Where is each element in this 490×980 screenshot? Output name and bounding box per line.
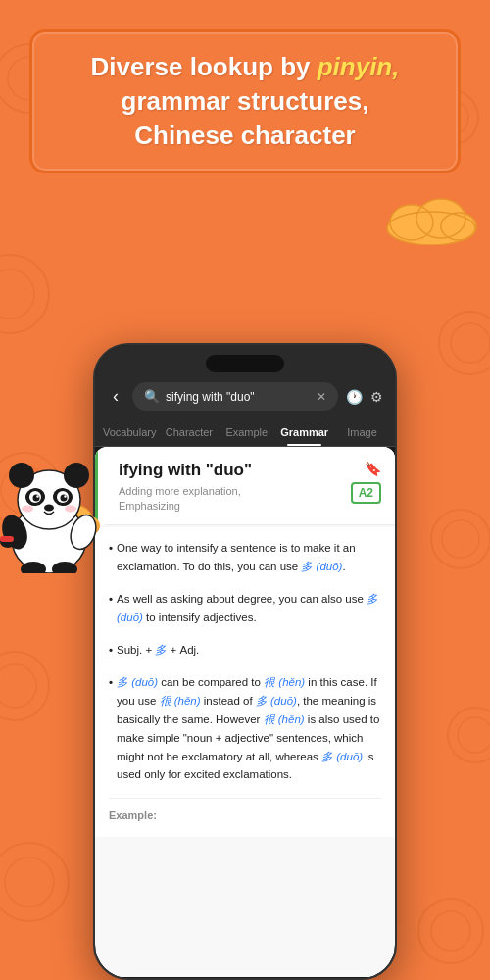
svg-point-47 xyxy=(44,505,54,512)
content-area: ifying with "duo" Adding more explanatio… xyxy=(95,447,395,977)
bullet-dot-3: • xyxy=(109,641,113,660)
svg-point-45 xyxy=(36,495,38,497)
history-icon[interactable]: 🕐 xyxy=(346,389,363,405)
svg-point-13 xyxy=(451,323,490,363)
svg-point-46 xyxy=(64,495,66,497)
bullet-3: • Subj. + 多 + Adj. xyxy=(109,641,381,660)
cloud-top-right xyxy=(382,191,480,245)
chinese-hen-1: 很 (hěn) xyxy=(264,676,305,688)
svg-point-44 xyxy=(61,495,68,502)
search-icon: 🔍 xyxy=(144,389,160,404)
search-query-text: sifying with "duo" xyxy=(166,390,311,404)
search-actions: 🕐 ⚙ xyxy=(346,389,383,405)
chinese-hen-2: 很 (hěn) xyxy=(160,695,201,707)
bullet-dot-2: • xyxy=(109,590,113,627)
svg-point-8 xyxy=(0,843,69,921)
bullet-text-3: Subj. + 多 + Adj. xyxy=(117,641,199,660)
volume-up-button xyxy=(395,463,397,492)
svg-point-37 xyxy=(9,463,34,488)
chinese-duo-5: 多 (duō) xyxy=(256,695,297,707)
bullet-text-2: As well as asking about degree, you can … xyxy=(117,590,381,627)
svg-rect-53 xyxy=(0,536,14,542)
header-line2: grammar structures, xyxy=(122,86,369,116)
phone-screen: ‹ 🔍 sifying with "duo" ✕ 🕐 ⚙ Vocabulary … xyxy=(95,345,395,978)
settings-icon[interactable]: ⚙ xyxy=(370,389,383,405)
tab-image[interactable]: Image xyxy=(333,418,391,446)
svg-point-17 xyxy=(458,717,490,753)
svg-point-3 xyxy=(439,312,490,374)
phone-notch xyxy=(206,355,284,372)
chinese-hen-3: 很 (hěn) xyxy=(264,713,305,725)
svg-point-19 xyxy=(431,911,470,951)
tab-vocabulary[interactable]: Vocabulary xyxy=(99,418,160,446)
svg-point-9 xyxy=(418,899,483,963)
search-input-box[interactable]: 🔍 sifying with "duo" ✕ xyxy=(132,382,338,411)
chinese-duo-1: 多 (duō) xyxy=(301,561,342,572)
tab-grammar[interactable]: Grammar xyxy=(275,418,333,446)
svg-point-12 xyxy=(0,270,34,318)
bullet-text-4: 多 (duō) can be compared to 很 (hěn) in th… xyxy=(117,673,381,785)
svg-point-15 xyxy=(442,520,479,558)
svg-point-7 xyxy=(448,708,490,762)
chinese-duo-4: 多 (duō) xyxy=(117,676,158,688)
svg-point-49 xyxy=(65,506,76,513)
svg-point-2 xyxy=(0,255,49,333)
tab-bar: Vocabulary Character Example Grammar Ima… xyxy=(95,418,395,447)
panda-mascot xyxy=(0,446,108,573)
svg-point-18 xyxy=(5,858,54,906)
phone-mockup: ‹ 🔍 sifying with "duo" ✕ 🕐 ⚙ Vocabulary … xyxy=(93,343,397,980)
svg-point-16 xyxy=(0,664,36,708)
tab-example[interactable]: Example xyxy=(218,418,275,446)
svg-point-43 xyxy=(33,495,40,502)
card-actions: 🔖 A2 xyxy=(351,461,381,504)
bullet-dot-1: • xyxy=(109,539,113,576)
card-header-wrapper: ifying with "duo" Adding more explanatio… xyxy=(95,447,395,525)
chinese-duo-3: 多 xyxy=(155,644,167,656)
bullet-dot-4: • xyxy=(109,673,113,785)
tab-character[interactable]: Character xyxy=(160,418,218,446)
search-clear-button[interactable]: ✕ xyxy=(317,390,326,404)
bullet-1: • One way to intensify a sentence is to … xyxy=(109,539,381,576)
header-text: Diverse lookup by pinyin, grammar struct… xyxy=(52,50,438,153)
volume-down-button xyxy=(395,502,397,531)
card-subtitle: Adding more explanation, Emphasizing xyxy=(119,484,351,514)
card-header: ifying with "duo" Adding more explanatio… xyxy=(105,447,395,525)
bullet-4: • 多 (duō) can be compared to 很 (hěn) in … xyxy=(109,673,381,785)
svg-point-48 xyxy=(22,506,33,513)
card-title-area: ifying with "duo" Adding more explanatio… xyxy=(119,461,351,514)
back-button[interactable]: ‹ xyxy=(107,384,124,409)
bullet-text-1: One way to intensify a sentence is to ma… xyxy=(117,539,381,576)
bullet-2: • As well as asking about degree, you ca… xyxy=(109,590,381,627)
bookmark-icon[interactable]: 🔖 xyxy=(365,461,381,476)
highlight-pinyin: pinyin, xyxy=(318,52,400,81)
body-content: • One way to intensify a sentence is to … xyxy=(95,527,395,837)
header-line3: Chinese character xyxy=(134,121,355,150)
card-title: ifying with "duo" xyxy=(119,461,351,480)
svg-point-38 xyxy=(64,463,89,488)
chinese-duo-2: 多 (duō) xyxy=(117,593,378,623)
header-box: Diverse lookup by pinyin, grammar struct… xyxy=(29,29,461,173)
svg-point-6 xyxy=(0,652,49,720)
example-label: Example: xyxy=(109,798,381,824)
chinese-duo-6: 多 (duō) xyxy=(321,751,363,762)
level-badge: A2 xyxy=(351,482,381,504)
svg-point-5 xyxy=(431,510,490,568)
